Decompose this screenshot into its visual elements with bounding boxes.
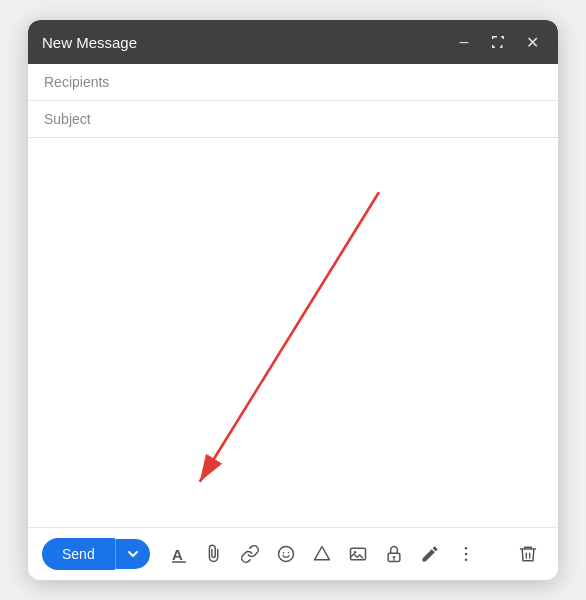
text-formatting-icon: A bbox=[170, 545, 188, 563]
send-button[interactable]: Send bbox=[42, 538, 115, 570]
close-button[interactable]: ✕ bbox=[520, 30, 544, 54]
discard-button[interactable] bbox=[512, 538, 544, 570]
drive-button[interactable] bbox=[306, 538, 338, 570]
maximize-icon bbox=[490, 34, 506, 50]
svg-point-10 bbox=[392, 556, 395, 559]
signature-button[interactable] bbox=[414, 538, 446, 570]
svg-point-13 bbox=[464, 553, 467, 556]
compose-body-textarea[interactable] bbox=[44, 146, 542, 519]
formatting-button[interactable]: A bbox=[164, 539, 194, 569]
compose-header: New Message – ✕ bbox=[28, 20, 558, 64]
recipients-row bbox=[28, 64, 558, 101]
paperclip-icon bbox=[204, 544, 224, 564]
link-icon bbox=[240, 544, 260, 564]
more-vert-icon bbox=[456, 544, 476, 564]
trash-icon bbox=[518, 544, 538, 564]
recipients-input[interactable] bbox=[44, 74, 542, 90]
compose-fields bbox=[28, 64, 558, 138]
svg-point-5 bbox=[282, 552, 284, 554]
lock-icon bbox=[384, 544, 404, 564]
maximize-button[interactable] bbox=[486, 30, 510, 54]
emoji-button[interactable] bbox=[270, 538, 302, 570]
attach-file-button[interactable] bbox=[198, 538, 230, 570]
send-button-group: Send bbox=[42, 538, 150, 570]
subject-input[interactable] bbox=[44, 111, 542, 127]
compose-title: New Message bbox=[42, 34, 137, 51]
drive-icon bbox=[312, 544, 332, 564]
compose-toolbar: Send A bbox=[28, 527, 558, 580]
pencil-icon bbox=[420, 544, 440, 564]
svg-rect-7 bbox=[350, 548, 365, 560]
send-dropdown-button[interactable] bbox=[115, 539, 150, 569]
more-options-button[interactable] bbox=[450, 538, 482, 570]
chevron-down-icon bbox=[126, 547, 140, 561]
compose-window: New Message – ✕ bbox=[28, 20, 558, 580]
minimize-button[interactable]: – bbox=[452, 30, 476, 54]
confidential-button[interactable] bbox=[378, 538, 410, 570]
header-actions: – ✕ bbox=[452, 30, 544, 54]
photo-icon bbox=[348, 544, 368, 564]
subject-row bbox=[28, 101, 558, 137]
compose-body bbox=[28, 138, 558, 527]
svg-point-8 bbox=[354, 551, 357, 554]
svg-point-6 bbox=[287, 552, 289, 554]
insert-link-button[interactable] bbox=[234, 538, 266, 570]
svg-text:A: A bbox=[172, 546, 183, 563]
svg-point-4 bbox=[278, 547, 293, 562]
svg-point-12 bbox=[464, 547, 467, 550]
emoji-icon bbox=[276, 544, 296, 564]
photo-button[interactable] bbox=[342, 538, 374, 570]
svg-point-14 bbox=[464, 559, 467, 562]
